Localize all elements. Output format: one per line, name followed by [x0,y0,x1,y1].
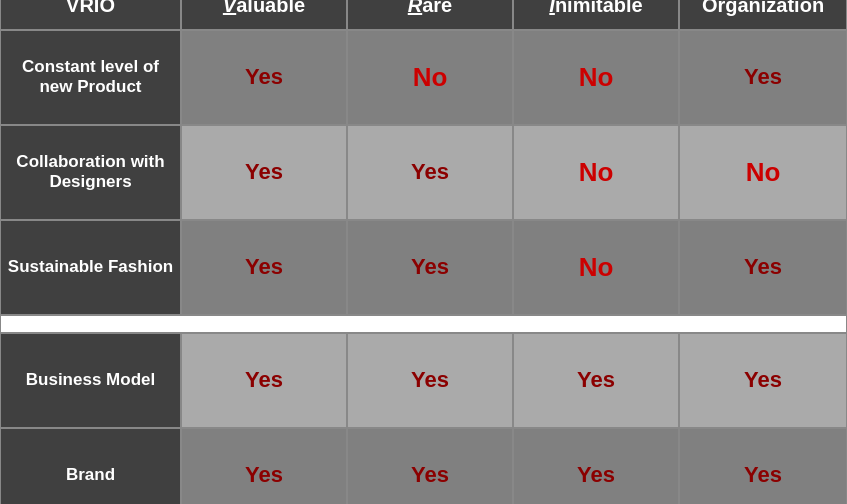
cell-value: Yes [513,428,679,505]
header-valuable: Valuable [181,0,347,30]
row-label: Sustainable Fashion [0,220,181,315]
cell-value: Yes [679,428,847,505]
cell-value: No [679,125,847,220]
cell-value: No [513,220,679,315]
cell-value: Yes [181,333,347,428]
row-label: Business Model [0,333,181,428]
cell-value: Yes [679,333,847,428]
cell-value: Yes [181,125,347,220]
table-row: Collaboration with DesignersYesYesNoNo [0,125,847,220]
cell-value: Yes [679,220,847,315]
cell-value: No [347,30,513,125]
cell-value: Yes [347,125,513,220]
header-vrio: VRIO [0,0,181,30]
vrio-table: VRIO Valuable Rare Inimitable Organizati… [0,0,847,504]
cell-value: Yes [181,30,347,125]
cell-value: Yes [347,428,513,505]
cell-value: Yes [347,333,513,428]
cell-value: Yes [181,220,347,315]
cell-value: No [513,125,679,220]
cell-value: Yes [347,220,513,315]
cell-value: Yes [679,30,847,125]
table-row: BrandYesYesYesYes [0,428,847,505]
row-label: Collaboration with Designers [0,125,181,220]
header-row: VRIO Valuable Rare Inimitable Organizati… [0,0,847,30]
table-body: Constant level of new ProductYesNoNoYesC… [0,30,847,505]
row-label: Constant level of new Product [0,30,181,125]
header-inimitable: Inimitable [513,0,679,30]
separator-cell [0,315,847,333]
cell-value: Yes [181,428,347,505]
row-label: Brand [0,428,181,505]
table-row: Sustainable FashionYesYesNoYes [0,220,847,315]
table-row: Constant level of new ProductYesNoNoYes [0,30,847,125]
separator-row [0,315,847,333]
table-row: Business ModelYesYesYesYes [0,333,847,428]
cell-value: No [513,30,679,125]
header-rare: Rare [347,0,513,30]
cell-value: Yes [513,333,679,428]
header-organization: Organization [679,0,847,30]
